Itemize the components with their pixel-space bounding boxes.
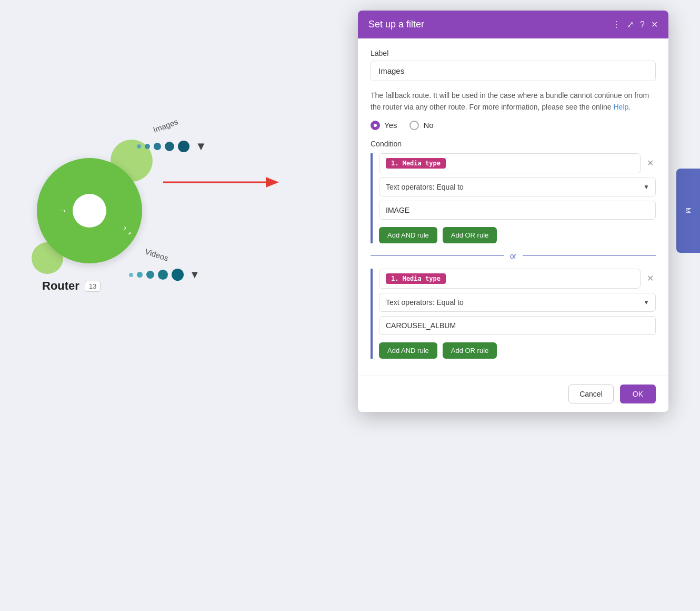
condition-operator-select-2[interactable]: Text operators: Equal to Text operators:… [379, 293, 656, 312]
expand-icon[interactable]: ⤢ [627, 19, 634, 29]
condition-row-2-tag: 1. Media type ✕ [379, 269, 656, 289]
label-input[interactable] [371, 61, 656, 81]
add-and-rule-button-1[interactable]: Add AND rule [379, 227, 437, 243]
label-field-group: Label [371, 49, 656, 81]
or-line-left [371, 255, 504, 256]
condition-select-wrapper-2: Text operators: Equal to Text operators:… [379, 293, 656, 312]
help-link[interactable]: Help [613, 103, 628, 111]
modal-header-icons: ⋮ ⤢ ? ✕ [612, 19, 658, 29]
condition-operator-select-1[interactable]: Text operators: Equal to Text operators:… [379, 178, 656, 196]
fallback-radio-group: Yes No [371, 121, 656, 130]
modal-overlay: Set up a filter ⋮ ⤢ ? ✕ Label The fallba… [0, 0, 700, 611]
rule-buttons-1: Add AND rule Add OR rule [379, 227, 656, 243]
add-or-rule-button-2[interactable]: Add OR rule [443, 342, 497, 359]
cancel-button[interactable]: Cancel [568, 385, 614, 403]
condition-tag-field-2[interactable]: 1. Media type [379, 269, 641, 289]
yes-radio-option[interactable]: Yes [371, 121, 397, 130]
yes-radio-circle [371, 121, 380, 130]
modal-body: Label The fallback route. It will be use… [358, 38, 668, 376]
no-radio-option[interactable]: No [409, 121, 433, 130]
more-options-icon[interactable]: ⋮ [612, 19, 621, 29]
add-and-rule-button-2[interactable]: Add AND rule [379, 342, 437, 359]
condition-section-label: Condition [371, 140, 656, 148]
help-icon[interactable]: ? [640, 20, 645, 29]
or-line-right [523, 255, 656, 256]
media-type-tag-1: 1. Media type [386, 158, 446, 169]
no-radio-label: No [423, 121, 433, 130]
no-radio-circle [409, 121, 419, 130]
condition-close-1[interactable]: ✕ [645, 156, 656, 170]
close-icon[interactable]: ✕ [651, 19, 658, 29]
add-or-rule-button-1[interactable]: Add OR rule [443, 227, 497, 243]
modal-title: Set up a filter [368, 19, 424, 30]
or-separator: or [371, 252, 656, 260]
modal-footer: Cancel OK [358, 376, 668, 412]
description-text: The fallback route. It will be used in t… [371, 90, 656, 113]
condition-block-1: 1. Media type ✕ Text operators: Equal to… [371, 153, 656, 243]
condition-value-input-2[interactable] [379, 316, 656, 335]
modal-header: Set up a filter ⋮ ⤢ ? ✕ [358, 11, 668, 38]
filter-modal: Set up a filter ⋮ ⤢ ? ✕ Label The fallba… [358, 11, 668, 412]
condition-value-input-1[interactable] [379, 201, 656, 220]
condition-select-wrapper-1: Text operators: Equal to Text operators:… [379, 178, 656, 196]
media-type-tag-2: 1. Media type [386, 273, 446, 284]
condition-tag-field-1[interactable]: 1. Media type [379, 153, 641, 173]
condition-row-1-tag: 1. Media type ✕ [379, 153, 656, 173]
or-text: or [510, 252, 516, 260]
ok-button[interactable]: OK [620, 385, 656, 403]
rule-buttons-2: Add AND rule Add OR rule [379, 342, 656, 359]
condition-close-2[interactable]: ✕ [645, 271, 656, 285]
yes-radio-label: Yes [384, 121, 397, 130]
label-field-label: Label [371, 49, 656, 57]
condition-block-2: 1. Media type ✕ Text operators: Equal to… [371, 269, 656, 359]
